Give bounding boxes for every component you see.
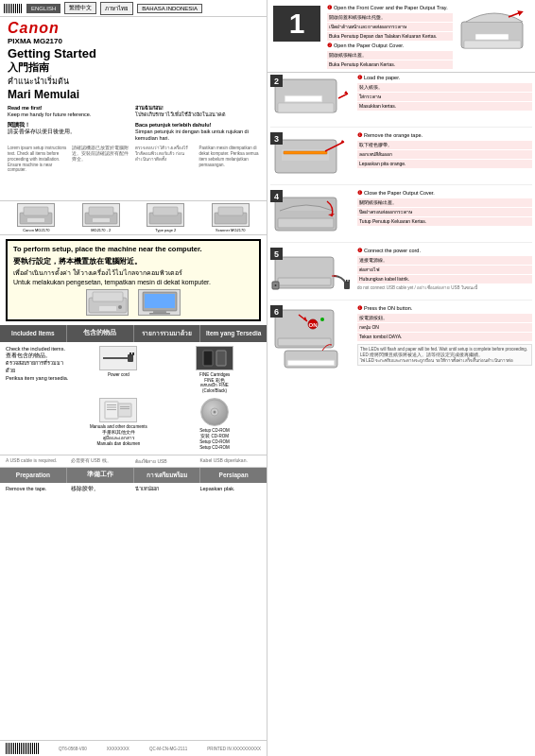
s4-bullet: ❶ [357,190,362,198]
readme-label-zh: 閱讀我！ [8,122,131,129]
s3-en: Remove the orange tape. [364,132,423,140]
included-label-id: Item yang Tersedia [200,325,267,342]
items-grid: Power cord FINE Cartridges FINE 彩色 ตลับห… [73,346,262,451]
s3-zh: 取下橙色膠帶。 [357,141,532,149]
step-4-instructions: ❶ Close the Paper Output Cover. 關閉紙張輸出蓋。… [357,190,532,226]
s3-bullet: ❶ [357,132,362,140]
s2-th: ใส่กระดาษ [357,93,532,101]
included-label-en: Included Items [0,325,67,342]
svg-rect-50 [344,282,350,289]
lang-thai[interactable]: ภาษาไทย [100,2,133,15]
step-6-visual: ON 6 [270,305,354,371]
svg-rect-30 [120,408,129,409]
svg-point-54 [275,284,277,286]
check-en: Check the included items. [6,346,69,353]
right-steps-container: 2 ❶ Load the paper. 裝入紙張。 ใส่กระดาษ Masu… [268,73,535,756]
printer-label-2: MG2170 - 2 [82,228,120,232]
step-4-img: 4 [270,190,352,239]
step1-image [457,3,532,56]
s6-th: กดปุ่ม ON [357,323,532,332]
step1-text: ❶ Open the Front Cover and the Paper Out… [327,5,453,69]
svg-rect-27 [107,409,116,410]
step1-en: Open the Front Cover and the Paper Outpu… [334,5,448,12]
step1-id: Buka Penutup Depan dan Talakan Keluaran … [327,32,453,41]
svg-text:ON: ON [309,322,318,328]
prep-label-en: Preparation [0,468,67,483]
svg-rect-20 [129,352,131,355]
svg-point-59 [320,318,324,321]
yellow-box: To perform setup, place the machine near… [6,239,261,321]
yellow-box-images [13,289,253,316]
svg-rect-52 [349,280,351,283]
prep-label-th: การเตรียมพร้อม [134,468,201,483]
svg-point-13 [118,305,122,309]
left-spacer [0,495,267,740]
step-5-instructions: ❶ Connect the power cord. 連接電源線。 ต่อสายไ… [357,248,532,291]
printer-label-3: Type page 2 [147,228,184,232]
readme-sub-zh: 請妥善保存以便日後使用。 [8,129,131,135]
printer-image-3: Type page 2 [147,203,184,232]
bottom-code-3: QC-M-CN-MG-2111 [149,747,187,751]
step-2-instructions: ❶ Load the paper. 裝入紙張。 ใส่กระดาษ Masukk… [357,75,532,111]
lang-english[interactable]: ENGLISH [26,4,60,13]
included-items-content: Check the included items. 查看包含的物品。 ตรวจส… [0,342,267,455]
power-cord-label-en: Power cord [73,372,165,378]
printer-icon-4 [212,203,250,227]
canon-logo: Canon [8,21,259,36]
svg-rect-9 [218,207,243,215]
readme-label-id: Baca petunjuk terlebih dahulu! [135,122,259,129]
readme-sub-th: โปรดเก็บรักษาไว้เพื่อใช้อ้างอิงในอนาคต [135,112,259,118]
manuals-label: Manuals and other documents 手册和其他文件 คู่ม… [73,424,165,446]
step-3-img: 3 [270,132,352,181]
step1-instructions: ❶ Open the Front Cover and the Paper Out… [327,3,453,70]
printer-image-4: Scanner MG2170 [212,203,250,232]
cdrom-label: Setup CD-ROM 安装 CD-ROM Setup CD-ROM Setu… [168,428,261,450]
printer-images-row: Canon MG2170 MG2170 - 2 [0,200,267,235]
step1-th: เปิดฝาด้านหน้าและถาดส่งออกกระดาษ [327,23,453,31]
step-3-text: ❶ Remove the orange tape. 取下橙色膠帶。 ลอกเทป… [357,132,532,169]
svg-rect-26 [107,407,116,408]
s2-id: Masukkan kertas. [357,102,532,111]
step-6-text: ❶ Press the ON button. 按電源按鈕。 กดปุ่ม ON … [357,305,532,366]
svg-rect-4 [89,207,113,215]
usb-note-id: Kabel USB diperlukan. [200,457,262,465]
bullet-1b: ❷ [327,43,332,50]
yellow-box-text-th: เพื่อดำเนินการตั้งค่า ให้วางเครื่องไว้ไม… [13,267,253,278]
step-2-img: 2 [270,75,352,124]
step-5-badge: 5 [270,248,283,260]
svg-rect-25 [107,404,116,405]
check-id: Periksa item yang tersedia. [6,375,69,383]
step-5-block: 5 ❶ Connect the power cord. 連接電源線。 ต่อสา… [270,248,532,301]
computer-device-icon [138,289,181,316]
step-6-instructions: ❶ Press the ON button. 按電源按鈕。 กดปุ่ม ON … [357,305,532,366]
title-indonesian: Mari Memulai [8,88,259,101]
svg-rect-5 [93,218,110,222]
s5-id: Hubungkan kabel listrik. [357,275,532,284]
svg-rect-51 [346,280,348,283]
manuals-icon [99,398,137,422]
svg-rect-62 [287,360,335,366]
usb-note-th: ต้องใช้สาย USB [135,457,197,465]
readme-section: Read me first! Keep me handy for future … [0,103,267,144]
step-2-visual: 2 [270,75,354,124]
printer-image-1: Canon MG2170 [17,203,55,232]
item-fine-cartridges: FINE Cartridges FINE 彩色 ตลับหมึก FINE (C… [168,346,261,394]
step-6-img: ON 6 [270,305,352,371]
item-cdrom: Setup CD-ROM 安装 CD-ROM Setup CD-ROM Setu… [168,398,261,450]
step-4-block: 4 ❶ Close the Paper Output Cover. 關閉紙張輸出… [270,190,532,243]
svg-rect-7 [153,207,178,215]
text-col-2: 請確認機器已放置於電腦附近。安裝前請確認所有配件齊全。 [72,146,132,198]
step-5-text: ❶ Connect the power cord. 連接電源線。 ต่อสายไ… [357,248,532,291]
readme-label-en: Read me first! [8,105,131,112]
lang-indonesian[interactable]: BAHASA INDONESIA [137,4,202,13]
step-2-badge: 2 [270,75,283,87]
printer-icon-1 [17,203,55,227]
s6-bullet: ❶ [357,305,362,313]
svg-point-33 [214,411,216,414]
step-3-visual: 3 [270,132,354,181]
s6-zh: 按電源按鈕。 [357,314,532,322]
left-panel: ENGLISH 繁體中文 ภาษาไทย BAHASA INDONESIA Ca… [0,0,268,756]
printer-label-1: Canon MG2170 [17,228,55,232]
printer-device-icon [86,289,129,316]
lang-chinese[interactable]: 繁體中文 [64,2,96,14]
